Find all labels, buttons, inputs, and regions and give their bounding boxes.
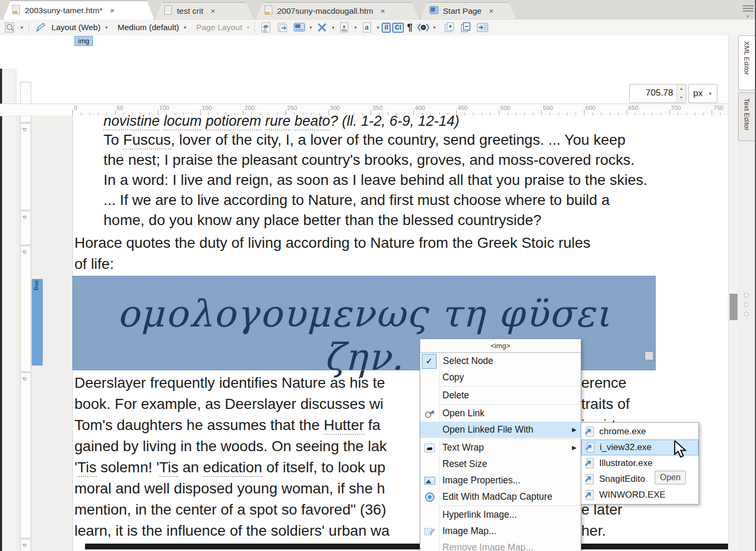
stepper-down-icon[interactable]: ▼ [677, 94, 686, 102]
tab-label: 2003suny-tamer.htm* [25, 6, 102, 15]
structure-tag-p[interactable]: p [20, 123, 31, 210]
tab-xml-editor[interactable]: XML Editor [738, 35, 755, 90]
submenu-item-label: WINWORD.EXE [599, 490, 666, 500]
menu-item-open-linked-file-with[interactable]: Open Linked File With▶ [420, 422, 581, 438]
send-topic-button[interactable] [276, 21, 290, 34]
text-line[interactable]: ... If we are to live according to Natur… [103, 190, 647, 210]
structure-tag-p[interactable]: p [20, 211, 31, 245]
menu-item-label: Open Linked File With [439, 424, 533, 435]
structure-tag-p[interactable] [20, 82, 31, 123]
svg-text:a: a [365, 23, 369, 31]
chevron-down-icon[interactable]: ▾ [308, 25, 313, 30]
chevron-down-icon[interactable]: ▾ [183, 25, 187, 30]
menu-item-edit-with-madcap-capture[interactable]: Edit With MadCap Capture [420, 489, 581, 505]
close-icon[interactable]: × [211, 6, 215, 15]
submenu-item-chrome-exe[interactable]: chrome.exe [581, 424, 698, 440]
text-line[interactable]: erence [581, 372, 627, 394]
text-line[interactable]: learn, it is the influence of the soldie… [74, 520, 390, 541]
tab-test-crit[interactable]: test crit × [155, 2, 253, 19]
text-line[interactable]: home, do you know any place better than … [103, 210, 647, 230]
breadcrumb-tag-img[interactable]: img [74, 36, 93, 46]
unit-dropdown[interactable]: px ▾ [688, 84, 717, 103]
chevron-down-icon[interactable]: ▾ [104, 25, 109, 30]
menu-item-remove-image-map[interactable]: Remove Image Map... [420, 539, 581, 551]
structure-tag-p[interactable]: p [20, 372, 31, 538]
scrollbar-thumb[interactable] [730, 294, 738, 320]
executable-file-icon [581, 457, 599, 469]
snippet-button[interactable] [315, 21, 329, 34]
tab-start-page[interactable]: Start Page × [420, 2, 516, 19]
medium-dropdown[interactable]: Medium (default) [116, 23, 181, 32]
chevron-down-icon[interactable]: ▾ [432, 25, 437, 30]
menu-item-select-node[interactable]: ✓Select Node [420, 353, 581, 369]
menu-item-hyperlink-image[interactable]: Hyperlink Image... [420, 507, 581, 523]
menu-separator [440, 386, 580, 387]
menu-item-delete[interactable]: Delete [420, 387, 581, 404]
text-line[interactable]: book. For example, as Deerslayer discuss… [74, 394, 383, 415]
window-list-menu-button[interactable]: ▾ [742, 4, 754, 16]
close-icon[interactable]: × [381, 6, 385, 15]
collapse-tags-button[interactable] [459, 21, 474, 34]
show-tags-button[interactable] [416, 21, 431, 34]
insert-image-button[interactable] [292, 21, 307, 34]
width-input[interactable]: 705.78 [630, 85, 676, 102]
chevron-down-icon[interactable]: ▾ [246, 25, 251, 30]
preview-button[interactable] [259, 21, 274, 34]
text-line[interactable]: To Fuscus, lover of the city, I, a lover… [103, 130, 647, 150]
quote-paragraph[interactable]: To Fuscus, lover of the city, I, a lover… [103, 130, 647, 230]
zoom-select-button[interactable] [3, 21, 18, 34]
splitter-handle[interactable] [744, 288, 749, 321]
menu-item-open-link[interactable]: Open Link [420, 405, 581, 422]
text-line[interactable]: In a word: I live and reign, as soon as … [103, 170, 647, 190]
text-line[interactable]: Tom's daughters he assumes that the Hutt… [74, 415, 381, 436]
horizontal-rule [85, 544, 738, 549]
layout-mode-dropdown[interactable]: Layout (Web) [50, 23, 103, 32]
menu-item-image-properties[interactable]: Image Properties... [420, 472, 581, 489]
show-paragraph-marks-button[interactable]: ¶ [405, 22, 414, 33]
stepper-up-icon[interactable]: ▲ [677, 85, 686, 94]
chevron-down-icon[interactable]: ▾ [331, 25, 336, 30]
structure-tag-p[interactable]: p [20, 539, 31, 551]
toolbar-separator [254, 22, 255, 33]
text-line[interactable]: the nest; I praise the pleasant country'… [103, 150, 647, 170]
text-line[interactable]: her. [581, 520, 606, 541]
tab-bar: 2003suny-tamer.htm* × test crit × 2007su… [0, 0, 756, 20]
capture-icon [420, 492, 439, 502]
text-line[interactable]: moral and well disposed young woman, if … [74, 478, 385, 499]
menu-item-image-map[interactable]: Image Map... [420, 523, 581, 539]
structure-tag-img[interactable]: img [32, 279, 43, 366]
menu-separator [440, 438, 580, 439]
width-stepper[interactable]: ▲ ▼ [676, 85, 686, 102]
menu-item-label: Reset Size [439, 459, 487, 470]
image-resize-handle[interactable] [645, 351, 654, 360]
variable-button[interactable]: x [337, 21, 352, 34]
chevron-down-icon[interactable]: ▾ [353, 25, 358, 30]
menu-item-copy[interactable]: Copy [420, 369, 581, 386]
structure-tag-p[interactable]: p [20, 246, 31, 372]
close-icon[interactable]: × [110, 6, 115, 15]
submenu-item-winword-exe[interactable]: WINWORD.EXE [581, 487, 698, 503]
menu-item-reset-size[interactable]: Reset Size [420, 456, 581, 472]
menu-item-text-wrap[interactable]: Text Wrap▶ [420, 440, 581, 456]
text-line[interactable]: traits of [581, 394, 630, 415]
text-line[interactable]: of life: [74, 254, 590, 275]
close-icon[interactable]: × [489, 6, 494, 15]
horace-paragraph[interactable]: Horace quotes the duty of living accordi… [74, 232, 590, 275]
tab-2003suny-tamer[interactable]: 2003suny-tamer.htm* × [3, 1, 154, 20]
text-line[interactable]: 'Tis solemn! 'Tis an edication of itself… [74, 457, 385, 478]
page-layout-dropdown[interactable]: Page Layout [194, 23, 244, 32]
insert-proxy-button[interactable] [475, 21, 490, 34]
text-line[interactable]: mention, in the center of a spot so favo… [74, 499, 386, 520]
chevron-down-icon[interactable]: ▾ [376, 25, 381, 30]
tab-text-editor[interactable]: Text Editor [738, 92, 755, 141]
concept-entry-button[interactable]: CI [392, 23, 404, 33]
tab-2007suny-macdougall[interactable]: 2007suny-macdougall.htm × [256, 2, 419, 19]
character-button[interactable]: a [360, 21, 374, 34]
expand-tags-button[interactable] [442, 21, 457, 34]
text-line[interactable]: Deerslayer frequently identifies Nature … [74, 372, 385, 394]
index-entry-button[interactable]: iI [382, 23, 391, 33]
quote-line[interactable]: novistine locum potiorem rure beato? (ll… [103, 113, 459, 129]
text-line[interactable]: gained by living in the woods. On seeing… [74, 436, 387, 457]
text-line[interactable]: Horace quotes the duty of living accordi… [74, 232, 590, 254]
vertical-scrollbar[interactable] [728, 35, 738, 551]
